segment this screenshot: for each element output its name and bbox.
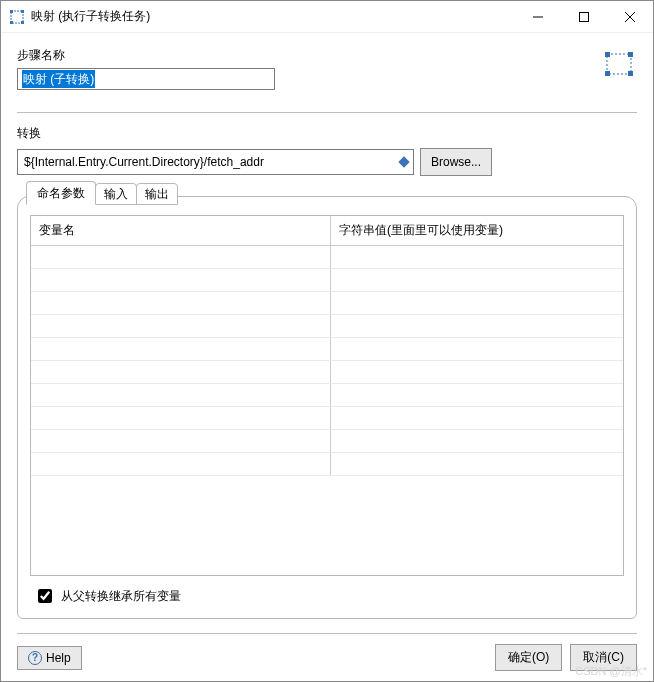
ok-button[interactable]: 确定(O)	[495, 644, 562, 671]
svg-rect-9	[607, 54, 631, 74]
dialog-window: 映射 (执行子转换任务) 步骤名称 映射 (子转换) 转换 Browse...	[0, 0, 654, 682]
col-header-variable[interactable]: 变量名	[31, 216, 331, 245]
transform-row: Browse...	[17, 148, 637, 176]
inherit-checkbox[interactable]	[38, 589, 52, 603]
tab-strip: 命名参数 输入 输出	[26, 183, 177, 207]
table-row[interactable]	[31, 315, 623, 338]
svg-rect-2	[21, 10, 24, 13]
divider-1	[17, 112, 637, 113]
close-button[interactable]	[607, 1, 653, 32]
window-title: 映射 (执行子转换任务)	[31, 8, 515, 25]
divider-2	[17, 633, 637, 634]
tab-panel: 命名参数 输入 输出 变量名 字符串值(里面里可以使用变量)	[17, 196, 637, 619]
app-icon	[9, 9, 25, 25]
svg-rect-10	[605, 52, 610, 57]
tab-input[interactable]: 输入	[95, 183, 137, 205]
step-name-label: 步骤名称	[17, 47, 637, 64]
grid-body[interactable]	[31, 246, 623, 575]
cancel-button[interactable]: 取消(C)	[570, 644, 637, 671]
transform-input-wrap	[17, 149, 414, 175]
help-label: Help	[46, 651, 71, 665]
maximize-button[interactable]	[561, 1, 607, 32]
step-name-input[interactable]: 映射 (子转换)	[17, 68, 275, 90]
inherit-label: 从父转换继承所有变量	[61, 588, 181, 605]
table-row[interactable]	[31, 384, 623, 407]
titlebar: 映射 (执行子转换任务)	[1, 1, 653, 33]
variable-icon[interactable]	[397, 155, 411, 169]
dialog-footer: ? Help 确定(O) 取消(C)	[17, 644, 637, 671]
transform-icon	[601, 47, 637, 81]
grid-empty-area	[31, 476, 623, 575]
window-controls	[515, 1, 653, 32]
tab-named-params[interactable]: 命名参数	[26, 181, 96, 205]
step-name-row: 步骤名称 映射 (子转换)	[17, 47, 637, 90]
inherit-checkbox-row[interactable]: 从父转换继承所有变量	[30, 586, 624, 606]
table-row[interactable]	[31, 407, 623, 430]
table-row[interactable]	[31, 338, 623, 361]
params-grid[interactable]: 变量名 字符串值(里面里可以使用变量)	[30, 215, 624, 576]
svg-rect-12	[605, 71, 610, 76]
table-row[interactable]	[31, 292, 623, 315]
help-icon: ?	[28, 651, 42, 665]
svg-rect-6	[580, 12, 589, 21]
svg-rect-11	[628, 52, 633, 57]
svg-rect-3	[10, 21, 13, 24]
svg-rect-1	[10, 10, 13, 13]
minimize-button[interactable]	[515, 1, 561, 32]
browse-button[interactable]: Browse...	[420, 148, 492, 176]
help-button[interactable]: ? Help	[17, 646, 82, 670]
table-row[interactable]	[31, 269, 623, 292]
svg-rect-4	[21, 21, 24, 24]
table-row[interactable]	[31, 246, 623, 269]
transform-path-input[interactable]	[17, 149, 414, 175]
svg-rect-13	[628, 71, 633, 76]
tab-output[interactable]: 输出	[136, 183, 178, 205]
table-row[interactable]	[31, 453, 623, 476]
dialog-body: 步骤名称 映射 (子转换) 转换 Browse... 命名参数 输入 输出	[1, 33, 653, 681]
transform-label: 转换	[17, 125, 637, 142]
table-row[interactable]	[31, 361, 623, 384]
table-row[interactable]	[31, 430, 623, 453]
svg-rect-14	[398, 156, 409, 167]
grid-header: 变量名 字符串值(里面里可以使用变量)	[31, 216, 623, 246]
col-header-value[interactable]: 字符串值(里面里可以使用变量)	[331, 216, 623, 245]
